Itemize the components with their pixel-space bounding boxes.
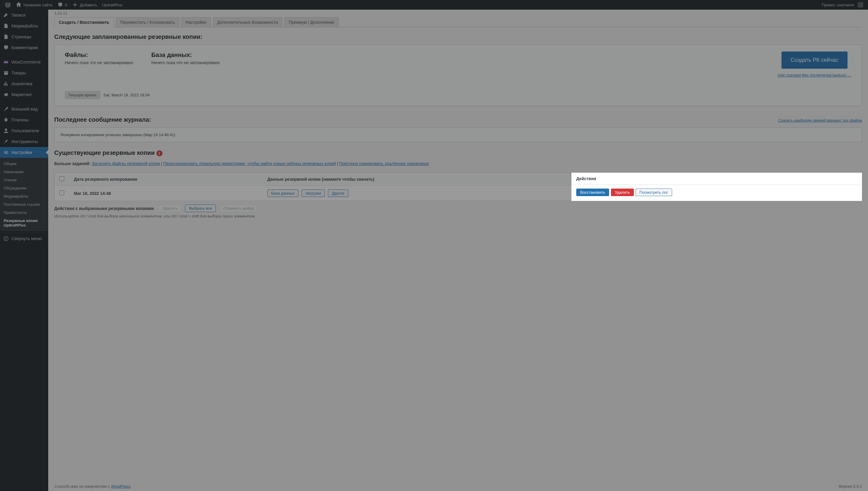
user-icon: [3, 128, 9, 134]
svg-point-2: [5, 128, 7, 131]
sliders-icon: [3, 149, 9, 155]
deselect-button[interactable]: Отменить выбор: [219, 205, 258, 212]
menu-posts[interactable]: Записи: [0, 10, 48, 21]
bulk-label: Действия с выбранными резервными копиями: [54, 206, 154, 211]
menu-marketing[interactable]: Маркетинг: [0, 89, 48, 100]
svg-point-3: [4, 236, 8, 241]
files-label: Файлы:: [65, 52, 133, 58]
log-message: Резервное копирование успешно завершено …: [61, 133, 175, 137]
upload-backup-link[interactable]: Загрузить файлы резервной копии: [92, 161, 160, 166]
svg-text:woo: woo: [4, 61, 8, 63]
comment-icon: [57, 2, 63, 8]
media-icon: [3, 23, 9, 29]
menu-pages[interactable]: Страницы: [0, 31, 48, 42]
select-all-button[interactable]: Выбрать все: [185, 205, 216, 212]
download-uploads-button[interactable]: Загрузки: [301, 190, 325, 197]
menu-plugins[interactable]: Плагины: [0, 114, 48, 125]
pin-icon: [3, 12, 9, 18]
wp-logo[interactable]: [2, 0, 13, 10]
more-tasks: Больше заданий: Загрузить файлы резервно…: [54, 161, 862, 167]
footer: Спасибо вам за творчество с WordPress. В…: [54, 484, 862, 489]
comment-icon: [3, 45, 9, 51]
wp-version: Версия 5.9.2: [839, 484, 862, 489]
backup-count-badge: 1: [157, 150, 163, 156]
site-home-link[interactable]: Название сайта: [13, 0, 55, 10]
comments-link[interactable]: 0: [55, 0, 69, 10]
page-icon: [3, 34, 9, 40]
settings-submenu: Общие Написание Чтение Обсуждение Медиаф…: [0, 158, 48, 231]
download-database-button[interactable]: База данных: [267, 190, 298, 197]
scheduled-box: Файлы: Ничего пока что не запланировано …: [54, 45, 862, 106]
menu-analytics[interactable]: Аналитика: [0, 78, 48, 89]
tab-backup-restore[interactable]: Создать / Восстановить: [54, 17, 114, 27]
menu-appearance[interactable]: Внешний вид: [0, 104, 48, 114]
backup-now-button[interactable]: Создать РК сейчас: [782, 52, 847, 69]
bulk-delete-button[interactable]: Удалить: [159, 205, 181, 212]
greeting: Привет, username: [822, 3, 854, 7]
updraftplus-quick-link[interactable]: UpdraftPlus: [100, 0, 125, 10]
menu-settings[interactable]: Настройки: [0, 147, 48, 158]
tab-premium[interactable]: Премиум / Дополнения: [284, 17, 339, 27]
rescan-remote-link[interactable]: Повторно сканировать удалённое хранилище: [339, 161, 429, 166]
heading-existing: Существующие резервные копии 1: [54, 149, 862, 156]
chart-icon: [3, 81, 9, 87]
select-all-checkbox[interactable]: [59, 176, 64, 181]
download-log-link[interactable]: Скачать наиболее свежий вариант лог-файл…: [778, 118, 862, 123]
th-data: Данные резервной копии (нажмите чтобы ск…: [262, 173, 571, 186]
woo-icon: woo: [3, 59, 9, 65]
current-time-value: Sat, March 19, 2022 16:34: [103, 93, 149, 97]
tab-advanced[interactable]: Дополнительные Возможности: [213, 17, 282, 27]
bulk-hint: Используйте ctrl / cmd для выбора нескол…: [54, 214, 862, 219]
tabs: Создать / Восстановить Переместить / Кло…: [54, 17, 862, 27]
plugin-version: 1.22.11: [54, 10, 862, 16]
sub-permalinks[interactable]: Постоянные ссылки: [0, 200, 48, 208]
wordpress-link[interactable]: WordPress: [111, 484, 131, 489]
brush-icon: [3, 106, 9, 112]
plus-icon: [72, 2, 78, 8]
admin-sidebar: Записи Медиафайлы Страницы Комментарии w…: [0, 10, 48, 491]
sub-general[interactable]: Общие: [0, 160, 48, 168]
row-date: Mar 19, 2022 14:48: [74, 191, 111, 196]
add-new-link[interactable]: Добавить: [69, 0, 100, 10]
wrench-icon: [3, 139, 9, 145]
files-value: Ничего пока что не запланировано: [65, 60, 133, 65]
incremental-backup-link[interactable]: Add changed files (incremental backup) …: [778, 73, 851, 78]
sub-discussion[interactable]: Обсуждение: [0, 184, 48, 192]
sub-writing[interactable]: Написание: [0, 168, 48, 176]
tab-migrate[interactable]: Переместить / Клонировать: [116, 17, 179, 27]
menu-users[interactable]: Пользователи: [0, 125, 48, 136]
sub-media[interactable]: Медиафайлы: [0, 192, 48, 200]
menu-comments[interactable]: Комментарии: [0, 42, 48, 53]
megaphone-icon: [3, 92, 9, 97]
avatar: [858, 2, 863, 7]
db-label: База данных:: [151, 52, 220, 58]
my-account[interactable]: Привет, username: [819, 0, 866, 10]
site-name: Название сайта: [24, 3, 52, 7]
row-checkbox[interactable]: [59, 191, 64, 195]
sub-updraftplus[interactable]: Резервные копии UpdraftPlus: [0, 216, 48, 229]
add-new-label: Добавить: [80, 3, 97, 7]
sub-reading[interactable]: Чтение: [0, 176, 48, 184]
th-date: Дата резервного копирования: [69, 173, 262, 186]
heading-next-scheduled: Следующие запланированные резервные копи…: [54, 33, 862, 40]
menu-media[interactable]: Медиафайлы: [0, 21, 48, 31]
menu-products[interactable]: Товары: [0, 67, 48, 78]
collapse-menu[interactable]: Свернуть меню: [0, 233, 48, 244]
menu-tools[interactable]: Инструменты: [0, 136, 48, 147]
main-content: 1.22.11 Создать / Восстановить Перемести…: [48, 10, 868, 491]
current-time-label: Текущее время:: [65, 91, 101, 99]
log-box: Резервное копирование успешно завершено …: [54, 127, 862, 142]
menu-woocommerce[interactable]: wooWooCommerce: [0, 57, 48, 67]
db-value: Ничего пока что не запланировано: [151, 60, 220, 65]
tasks-label: Больше заданий:: [54, 161, 91, 166]
wordpress-icon: [5, 2, 11, 8]
download-other-button[interactable]: Другое: [328, 190, 348, 197]
heading-log: Последнее сообщение журнала:: [54, 116, 151, 123]
plug-icon: [3, 117, 9, 123]
collapse-icon: [3, 236, 9, 241]
archive-icon: [3, 70, 9, 76]
tab-settings[interactable]: Настройки: [181, 17, 211, 27]
sub-privacy[interactable]: Приватность: [0, 208, 48, 216]
rescan-local-link[interactable]: Пересканировать локальную директорию, чт…: [163, 161, 336, 166]
home-icon: [16, 2, 22, 8]
